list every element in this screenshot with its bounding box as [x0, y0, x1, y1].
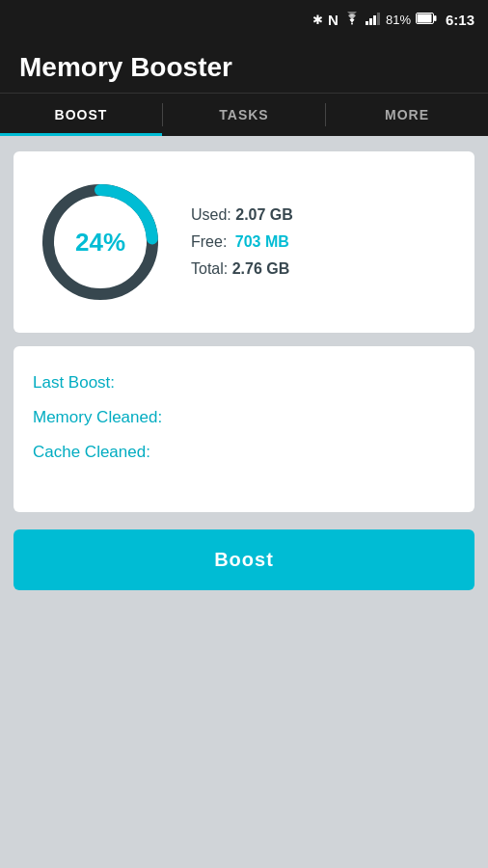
- total-stat: Total: 2.76 GB: [191, 260, 293, 278]
- memory-cleaned-label: Memory Cleaned:: [33, 408, 162, 426]
- memory-donut-chart: 24%: [33, 175, 168, 310]
- status-bar: ✱ N 81%: [0, 0, 488, 39]
- last-boost-row: Last Boost:: [33, 373, 455, 393]
- free-stat: Free: 703 MB: [191, 233, 293, 251]
- cache-cleaned-row: Cache Cleaned:: [33, 443, 455, 462]
- wifi-icon: [343, 12, 361, 28]
- network-icon: N: [328, 12, 339, 28]
- signal-icon: [366, 12, 381, 28]
- free-label: Free:: [191, 233, 227, 250]
- total-label: Total:: [191, 260, 228, 277]
- tab-more[interactable]: MORE: [326, 94, 488, 136]
- svg-rect-0: [366, 21, 368, 25]
- memory-stats: Used: 2.07 GB Free: 703 MB Total: 2.76 G…: [191, 206, 293, 278]
- svg-rect-5: [434, 15, 437, 21]
- used-value: 2.07 GB: [235, 206, 293, 223]
- tab-boost[interactable]: BOOST: [0, 94, 162, 136]
- svg-rect-3: [377, 13, 380, 25]
- memory-percent-label: 24%: [75, 228, 125, 258]
- memory-card: 24% Used: 2.07 GB Free: 703 MB Total: 2.…: [14, 151, 474, 333]
- app-title: Memory Booster: [19, 52, 469, 83]
- last-boost-label: Last Boost:: [33, 373, 115, 392]
- main-content: 24% Used: 2.07 GB Free: 703 MB Total: 2.…: [0, 136, 488, 606]
- svg-rect-1: [369, 18, 372, 25]
- used-stat: Used: 2.07 GB: [191, 206, 293, 224]
- cache-cleaned-label: Cache Cleaned:: [33, 443, 150, 461]
- tab-tasks[interactable]: TASKS: [163, 94, 325, 136]
- total-value: 2.76 GB: [232, 260, 290, 277]
- svg-rect-2: [373, 15, 376, 25]
- info-card: Last Boost: Memory Cleaned: Cache Cleane…: [14, 346, 474, 512]
- bluetooth-icon: ✱: [312, 13, 323, 27]
- boost-button[interactable]: Boost: [14, 529, 474, 590]
- free-value: 703 MB: [235, 233, 289, 250]
- svg-rect-6: [417, 14, 431, 22]
- status-icons: ✱ N 81%: [312, 12, 474, 28]
- tab-bar: BOOST TASKS MORE: [0, 93, 488, 136]
- used-label: Used:: [191, 206, 231, 223]
- memory-cleaned-row: Memory Cleaned:: [33, 408, 455, 427]
- battery-icon: [416, 13, 437, 27]
- battery-label: 81%: [386, 13, 411, 27]
- app-header: Memory Booster: [0, 39, 488, 93]
- status-time: 6:13: [446, 12, 474, 28]
